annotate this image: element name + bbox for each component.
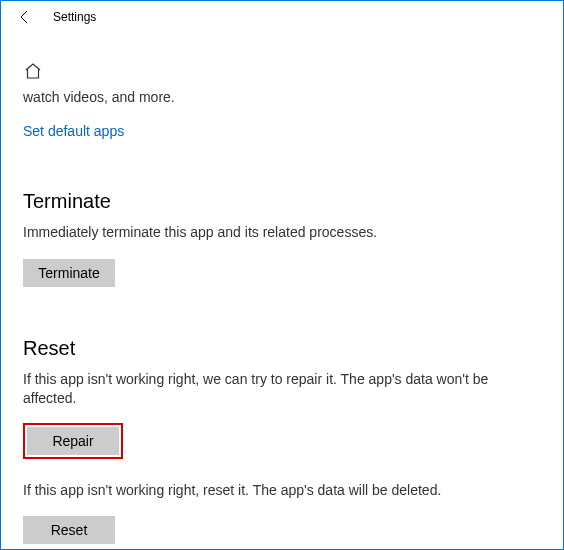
repair-description: If this app isn't working right, we can … (23, 370, 523, 409)
repair-button[interactable]: Repair (27, 427, 119, 455)
reset-heading: Reset (23, 337, 541, 360)
back-arrow-icon (17, 9, 33, 25)
repair-highlight: Repair (23, 423, 123, 459)
window-title: Settings (53, 10, 96, 24)
terminate-heading: Terminate (23, 190, 541, 213)
content-area: watch videos, and more. Set default apps… (1, 61, 563, 544)
home-row[interactable] (23, 61, 541, 81)
terminate-button[interactable]: Terminate (23, 259, 115, 287)
home-icon (23, 61, 43, 81)
set-default-apps-link[interactable]: Set default apps (23, 123, 124, 139)
titlebar: Settings (1, 1, 563, 33)
reset-button[interactable]: Reset (23, 516, 115, 544)
back-button[interactable] (9, 1, 41, 33)
clipped-description: watch videos, and more. (23, 89, 541, 105)
reset-description: If this app isn't working right, reset i… (23, 481, 523, 501)
terminate-description: Immediately terminate this app and its r… (23, 223, 523, 243)
